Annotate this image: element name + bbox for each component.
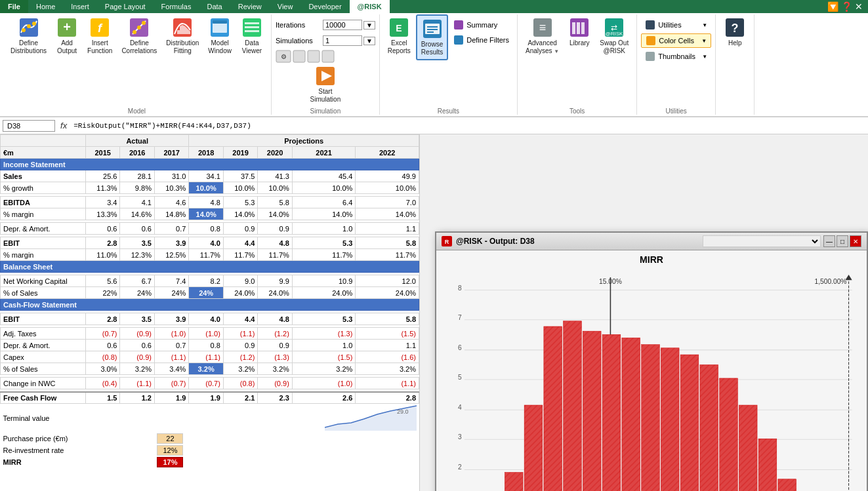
cell[interactable]: 0.9 [223,223,257,235]
cell[interactable]: 12.3% [120,249,154,261]
cell[interactable]: (0.7) [154,378,188,389]
cell[interactable]: (1.0) [292,378,356,389]
minimize-window-button[interactable]: — [823,235,835,247]
tab-home[interactable]: Home [28,0,63,13]
cell[interactable]: 1.2 [120,392,154,404]
cell[interactable]: 10.9 [292,275,356,287]
thumbnails-button[interactable]: Thumbnails ▼ [641,50,711,63]
cell[interactable]: 3.9 [154,313,188,325]
cell[interactable]: (1.0) [189,328,223,340]
cell[interactable]: 4.8 [258,313,292,325]
simulations-dropdown-icon[interactable]: ▼ [363,37,375,45]
cell[interactable]: 7.4 [154,275,188,287]
tab-data[interactable]: Data [199,0,230,13]
cell[interactable]: 5.6 [86,275,120,287]
cell[interactable]: 28.1 [120,170,154,182]
help-icon[interactable]: ❓ [841,1,852,12]
cell[interactable]: 12.5% [154,249,188,261]
cell[interactable]: 10.0% [292,182,356,194]
close-window-icon[interactable]: ✕ [855,1,863,12]
iterations-input[interactable] [323,20,362,30]
cell[interactable]: 5.8 [258,197,292,208]
cell[interactable]: (1.1) [223,328,257,340]
cell[interactable]: (1.6) [356,351,419,363]
cell[interactable]: 1.5 [86,392,120,404]
cell[interactable]: 37.5 [223,170,257,182]
tab-view[interactable]: View [270,0,301,13]
cell[interactable]: 3.9 [154,237,188,249]
cell[interactable]: 45.4 [292,170,356,182]
browse-results-button[interactable]: BrowseResults [416,14,448,60]
tab-atrisk[interactable]: @RISK [350,0,390,13]
cell[interactable]: 2.6 [292,392,356,404]
cell[interactable]: (0.9) [258,378,292,389]
cell[interactable]: (0.7) [189,378,223,389]
cell[interactable]: 11.7% [258,249,292,261]
help-button[interactable]: ? Help [720,14,750,50]
tab-page-layout[interactable]: Page Layout [97,0,154,13]
cell[interactable]: 2.8 [86,313,120,325]
cell[interactable]: 0.9 [258,223,292,235]
cell[interactable]: 0.6 [120,223,154,235]
cell[interactable]: (0.4) [86,378,120,389]
cell[interactable]: 5.3 [292,237,356,249]
cell[interactable]: 24.0% [292,287,356,299]
cell[interactable]: 13.3% [86,208,120,220]
cell[interactable]: 25.6 [86,170,120,182]
cell[interactable]: 11.7% [292,249,356,261]
cell[interactable]: (0.7) [86,328,120,340]
cell[interactable]: 2.1 [223,392,257,404]
cell[interactable]: 11.7% [356,249,419,261]
tab-insert[interactable]: Insert [63,0,97,13]
highlight-cell[interactable]: 3.2% [189,363,223,375]
library-button[interactable]: Library [564,14,594,50]
cell[interactable]: (0.9) [120,328,154,340]
cell[interactable]: 3.5 [120,313,154,325]
cell[interactable]: (1.5) [292,351,356,363]
cell[interactable]: 4.4 [223,237,257,249]
cell[interactable]: 14.6% [120,208,154,220]
cell[interactable]: 1.9 [189,392,223,404]
cell[interactable]: 10.0% [223,182,257,194]
cell[interactable]: 31.0 [154,170,188,182]
cell[interactable]: 3.0% [86,363,120,375]
cell[interactable]: 11.0% [86,249,120,261]
cell[interactable]: 14.0% [356,208,419,220]
swap-out-button[interactable]: ⇄@RISK Swap Out@RISK [596,14,632,58]
define-correlations-button[interactable]: DefineCorrelations [117,14,161,58]
reinvestment-input[interactable]: 12% [157,445,183,456]
cell[interactable]: 22% [86,287,120,299]
cell[interactable]: 3.2% [120,363,154,375]
tab-formulas[interactable]: Formulas [154,0,199,13]
cell[interactable]: (1.3) [258,351,292,363]
cell[interactable]: 4.0 [189,237,223,249]
cell[interactable]: (1.1) [189,351,223,363]
highlight-cell[interactable]: 24% [189,287,223,299]
risk-output-dropdown[interactable] [703,235,821,247]
start-simulation-button[interactable]: StartSimulation [306,63,345,106]
cell[interactable]: 10.3% [154,182,188,194]
add-output-button[interactable]: + AddOutput [52,14,82,58]
cell[interactable]: (1.1) [120,378,154,389]
cell[interactable]: 12.0 [356,275,419,287]
cell[interactable]: 8.2 [189,275,223,287]
cell[interactable]: 0.9 [258,340,292,351]
cell[interactable]: 0.9 [223,340,257,351]
cell[interactable]: 4.8 [258,237,292,249]
cell[interactable]: 6.7 [120,275,154,287]
cell[interactable]: 24% [154,287,188,299]
cell[interactable]: 34.1 [189,170,223,182]
cell[interactable]: 3.4 [86,197,120,208]
tab-developer[interactable]: Developer [300,0,349,13]
maximize-window-button[interactable]: □ [837,235,848,247]
cell[interactable]: (1.0) [154,328,188,340]
cell[interactable]: 14.0% [258,208,292,220]
advanced-analyses-button[interactable]: ≡ AdvancedAnalyses ▼ [522,14,563,58]
highlight-cell[interactable]: 14.0% [189,208,223,220]
cell[interactable]: 6.4 [292,197,356,208]
cell[interactable]: 3.2% [223,363,257,375]
cell[interactable]: 0.8 [189,223,223,235]
formula-input[interactable] [73,122,865,130]
cell[interactable]: (1.2) [223,351,257,363]
cell[interactable]: 0.8 [189,340,223,351]
